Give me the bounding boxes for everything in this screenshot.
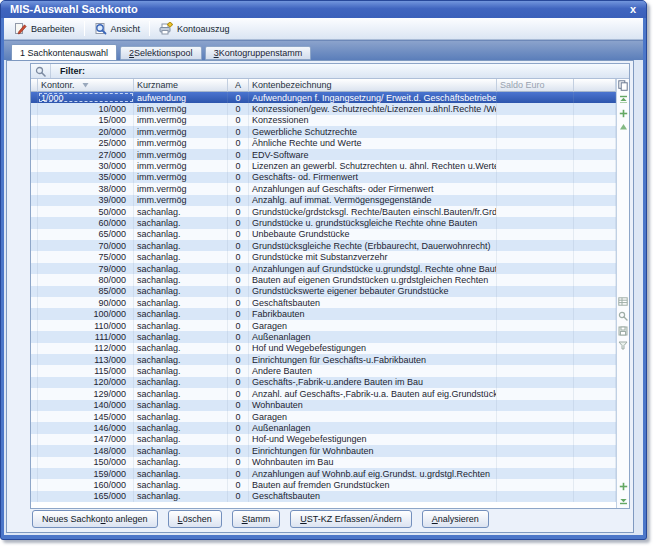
cell-a[interactable]: 0 [228,92,249,103]
table-row[interactable]: 145/000 sachanlag. 0 Garagen [31,411,616,422]
add-row-icon[interactable] [619,482,628,491]
cell-saldo-euro[interactable] [497,331,574,342]
cell-kontenbezeichnung[interactable]: Konzessionen [249,115,497,126]
cell-kurzname[interactable]: imm.vermög [134,195,228,206]
cell-kurzname[interactable]: imm.vermög [134,160,228,171]
row-selector-cell[interactable] [31,491,38,502]
cell-kurzname[interactable]: sachanlag. [134,240,228,251]
cell-kurzname[interactable]: sachanlag. [134,422,228,433]
cell-kontenbezeichnung[interactable]: Wohnbauten im Bau [249,457,497,468]
cell-saldo-euro[interactable] [497,388,574,399]
cell-kurzname[interactable]: sachanlag. [134,251,228,262]
cell-kurzname[interactable]: sachanlag. [134,217,228,228]
cell-kontenbezeichnung[interactable]: Anzahlungen auf Wohnb.auf eig.Grundst. u… [249,468,497,479]
cell-a[interactable]: 0 [228,251,249,262]
cell-saldo-euro[interactable] [497,445,574,456]
header-kontenbezeichnung[interactable]: Kontenbezeichnung [249,79,497,92]
cell-saldo-euro[interactable] [497,491,574,502]
cell-kontonr[interactable]: 159/000 [38,468,134,479]
row-selector-cell[interactable] [31,138,38,149]
row-selector-cell[interactable] [31,92,38,103]
row-selector-cell[interactable] [31,331,38,342]
cell-a[interactable]: 0 [228,468,249,479]
close-icon[interactable]: x [630,1,636,18]
cell-saldo-euro[interactable] [497,377,574,388]
cell-kontenbezeichnung[interactable]: Geschäftsbauten [249,297,497,308]
cell-a[interactable]: 0 [228,217,249,228]
header-saldo-euro[interactable]: Saldo Euro [497,79,574,92]
cell-kontonr[interactable]: 111/000 [38,331,134,342]
cell-kontonr[interactable]: 113/000 [38,354,134,365]
cell-kontonr[interactable]: 110/000 [38,320,134,331]
cell-saldo-euro[interactable] [497,217,574,228]
stamm-button[interactable]: Stamm [232,510,281,528]
cell-a[interactable]: 0 [228,388,249,399]
cell-kurzname[interactable]: imm.vermög [134,138,228,149]
table-row[interactable]: 147/000 sachanlag. 0 Hof-und Wegebefesti… [31,434,616,445]
cell-kontenbezeichnung[interactable]: EDV-Software [249,149,497,160]
cell-kontonr[interactable]: 160/000 [38,479,134,490]
cell-kontenbezeichnung[interactable]: Aufwendungen f. Ingangsetzung/ Erweit.d.… [249,92,497,103]
cell-kontenbezeichnung[interactable]: Anzahlungen auf Grundstücke u.grundstgl.… [249,263,497,274]
cell-a[interactable]: 0 [228,274,249,285]
cell-saldo-euro[interactable] [497,126,574,137]
tab-kontogruppenstamm[interactable]: 3 Kontogruppenstamm [205,46,312,60]
table-row[interactable]: 80/000 sachanlag. 0 Bauten auf eigenen G… [31,274,616,285]
cell-saldo-euro[interactable] [497,308,574,319]
cell-kontonr[interactable]: 165/000 [38,491,134,502]
table-row[interactable]: 15/000 imm.vermög 0 Konzessionen [31,115,616,126]
cell-a[interactable]: 0 [228,365,249,376]
cell-kontenbezeichnung[interactable]: Anzahlg. auf immat. Vermögensgegenstände [249,195,497,206]
scroll-top-icon[interactable] [619,95,628,104]
cell-kurzname[interactable]: sachanlag. [134,263,228,274]
cell-kontenbezeichnung[interactable]: Einrichtungen für Geschäfts-u.Fabrikbaut… [249,354,497,365]
table-row[interactable]: 140/000 sachanlag. 0 Wohnbauten [31,400,616,411]
tab-selektionspool[interactable]: 2 Selektionspool [120,46,202,60]
cell-kontonr[interactable]: 140/000 [38,400,134,411]
row-selector-cell[interactable] [31,422,38,433]
cell-kurzname[interactable]: sachanlag. [134,229,228,240]
row-selector-cell[interactable] [31,149,38,160]
analysieren-button[interactable]: Analysieren [422,510,489,528]
cell-saldo-euro[interactable] [497,343,574,354]
row-selector-cell[interactable] [31,320,38,331]
cell-kurzname[interactable]: sachanlag. [134,445,228,456]
cell-a[interactable]: 0 [228,320,249,331]
cell-kurzname[interactable]: sachanlag. [134,388,228,399]
cell-kontonr[interactable]: 129/000 [38,388,134,399]
cell-saldo-euro[interactable] [497,115,574,126]
cell-kontonr[interactable]: 147/000 [38,434,134,445]
header-kontonr[interactable]: Kontonr. [38,79,134,92]
cell-kontonr[interactable]: 79/000 [38,263,134,274]
cell-kontonr[interactable]: 85/000 [38,286,134,297]
table-row[interactable]: 160/000 sachanlag. 0 Bauten auf fremden … [31,479,616,490]
cell-kurzname[interactable]: sachanlag. [134,297,228,308]
cell-kurzname[interactable]: sachanlag. [134,286,228,297]
table-row[interactable]: 25/000 imm.vermög 0 Ähnliche Rechte und … [31,138,616,149]
cell-saldo-euro[interactable] [497,183,574,194]
cell-kontonr[interactable]: 150/000 [38,457,134,468]
cell-saldo-euro[interactable] [497,240,574,251]
cell-kontenbezeichnung[interactable]: Grundstücksgleiche Rechte (Erbbaurecht, … [249,240,497,251]
cell-kontenbezeichnung[interactable]: Andere Bauten [249,365,497,376]
cell-saldo-euro[interactable] [497,160,574,171]
cell-a[interactable]: 0 [228,160,249,171]
cell-saldo-euro[interactable] [497,468,574,479]
cell-a[interactable]: 0 [228,126,249,137]
table-row[interactable]: 110/000 sachanlag. 0 Garagen [31,320,616,331]
row-selector-cell[interactable] [31,365,38,376]
cell-kontenbezeichnung[interactable]: Wohnbauten [249,400,497,411]
table-row[interactable]: 70/000 sachanlag. 0 Grundstücksgleiche R… [31,240,616,251]
row-selector-cell[interactable] [31,240,38,251]
cell-saldo-euro[interactable] [497,274,574,285]
cell-kontenbezeichnung[interactable]: Außenanlagen [249,331,497,342]
cell-kontenbezeichnung[interactable]: Außenanlagen [249,422,497,433]
cell-kontenbezeichnung[interactable]: Garagen [249,320,497,331]
cell-a[interactable]: 0 [228,331,249,342]
cell-kurzname[interactable]: sachanlag. [134,468,228,479]
cell-kontonr[interactable]: 70/000 [38,240,134,251]
table-row[interactable]: 65/000 sachanlag. 0 Unbebaute Grundstück… [31,229,616,240]
cell-a[interactable]: 0 [228,138,249,149]
cell-saldo-euro[interactable] [497,320,574,331]
table-row[interactable]: 159/000 sachanlag. 0 Anzahlungen auf Woh… [31,468,616,479]
